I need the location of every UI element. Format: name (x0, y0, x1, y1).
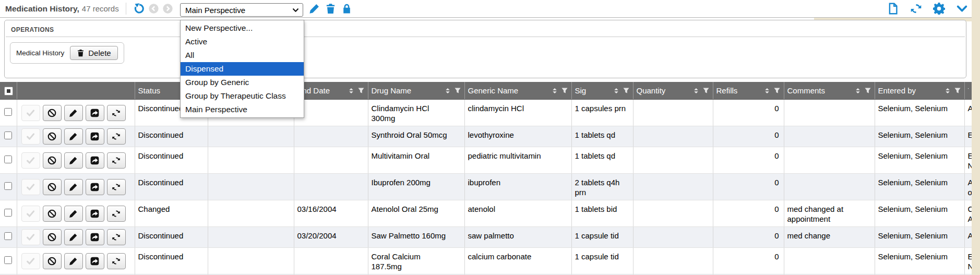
document-icon[interactable] (887, 3, 899, 15)
row-refresh-button[interactable] (107, 105, 126, 121)
share-icon (90, 183, 99, 192)
perspective-select[interactable]: Main Perspective (180, 3, 303, 17)
sort-icon[interactable] (763, 87, 771, 94)
ban-button[interactable] (43, 253, 62, 269)
sort-icon[interactable] (444, 87, 451, 94)
filter-icon[interactable] (773, 87, 781, 94)
filter-icon[interactable] (357, 87, 365, 94)
cell-quantity (633, 200, 713, 227)
row-checkbox[interactable] (4, 256, 12, 264)
menu-item-main-perspective[interactable]: Main Perspective (181, 103, 304, 116)
check-button[interactable] (21, 152, 40, 169)
menu-item-group-by-generic[interactable]: Group by Generic (181, 76, 304, 89)
ban-button[interactable] (43, 229, 62, 245)
cell-status: Discontinued (135, 126, 208, 147)
menu-item-dispensed[interactable]: Dispensed (181, 62, 304, 76)
column-header-entered_by[interactable]: Entered by (875, 82, 964, 100)
share-button[interactable] (86, 253, 104, 269)
row-checkbox[interactable] (4, 182, 12, 190)
column-header-comments[interactable]: Comments (784, 82, 875, 100)
column-header-quantity[interactable]: Quantity (633, 82, 713, 100)
cell-drug-name: Atenolol Oral 25mg (368, 200, 464, 227)
filter-icon[interactable] (561, 87, 568, 94)
cell-refills: 0 (713, 200, 784, 227)
sort-icon[interactable] (613, 87, 620, 94)
check-button[interactable] (21, 206, 40, 222)
menu-item-new-perspective[interactable]: New Perspective... (181, 21, 304, 35)
column-header-actions (17, 82, 135, 100)
row-checkbox[interactable] (4, 209, 12, 217)
row-checkbox[interactable] (4, 108, 12, 116)
sort-icon[interactable] (854, 87, 862, 94)
check-button[interactable] (21, 128, 40, 145)
column-header-sig[interactable]: Sig (571, 82, 633, 100)
chevron-down-icon[interactable] (956, 3, 968, 15)
row-checkbox[interactable] (4, 232, 12, 240)
circle-next-icon[interactable] (163, 4, 173, 14)
undo-icon[interactable] (134, 3, 145, 14)
ban-button[interactable] (43, 179, 62, 195)
gear-icon[interactable] (933, 3, 945, 15)
row-checkbox[interactable] (4, 131, 12, 139)
column-header-drug_name[interactable]: Drug Name (368, 82, 464, 100)
menu-item-all[interactable]: All (181, 49, 304, 62)
share-button[interactable] (86, 152, 104, 169)
row-refresh-button[interactable] (107, 152, 126, 169)
check-button[interactable] (21, 253, 40, 269)
select-chevron-down-icon (292, 7, 299, 14)
share-button[interactable] (86, 206, 104, 222)
cell-refills: 0 (713, 248, 784, 274)
edit-button[interactable] (64, 253, 83, 269)
edit-button[interactable] (64, 206, 83, 222)
row-refresh-button[interactable] (107, 128, 126, 145)
edit-button[interactable] (64, 229, 83, 245)
row-refresh-button[interactable] (107, 229, 126, 245)
check-button[interactable] (21, 229, 40, 245)
refresh-icon[interactable] (910, 3, 922, 15)
menu-item-group-by-therapeutic-class[interactable]: Group by Therapeutic Class (181, 89, 304, 103)
row-checkbox[interactable] (4, 156, 12, 163)
edit-button[interactable] (64, 105, 83, 121)
share-button[interactable] (86, 229, 104, 245)
row-refresh-button[interactable] (107, 179, 126, 195)
sort-icon[interactable] (692, 87, 700, 94)
medical-history-group: Medical History Delete (10, 42, 124, 64)
sort-icon[interactable] (944, 87, 951, 94)
lock-icon[interactable] (341, 3, 352, 14)
select-all-checkbox[interactable] (4, 87, 13, 95)
edit-button[interactable] (64, 179, 83, 195)
column-header-refills[interactable]: Refills (713, 82, 784, 100)
ban-icon (47, 257, 56, 266)
cell-actions (17, 100, 135, 126)
filter-icon[interactable] (864, 87, 871, 94)
check-button[interactable] (21, 179, 40, 195)
column-header-generic_name[interactable]: Generic Name (464, 82, 571, 100)
ban-button[interactable] (43, 206, 62, 222)
share-button[interactable] (86, 179, 104, 195)
share-button[interactable] (86, 128, 104, 145)
edit-button[interactable] (64, 128, 83, 145)
column-header-end_date[interactable]: End Date (294, 82, 368, 100)
sort-icon[interactable] (551, 87, 558, 94)
circle-prev-icon[interactable] (149, 4, 159, 14)
ban-button[interactable] (43, 152, 62, 169)
edit-button[interactable] (64, 152, 83, 169)
ban-button[interactable] (43, 105, 62, 121)
delete-button[interactable]: Delete (70, 46, 117, 60)
filter-icon[interactable] (454, 87, 461, 94)
page-title: Medication History,47 records (5, 4, 119, 14)
ban-button[interactable] (43, 128, 62, 145)
check-button[interactable] (21, 105, 40, 121)
filter-icon[interactable] (623, 87, 630, 94)
medication-row: Changed03/16/2004Atenolol Oral 25mgateno… (0, 200, 972, 227)
row-refresh-button[interactable] (107, 206, 126, 222)
row-refresh-button[interactable] (107, 253, 126, 269)
share-button[interactable] (86, 105, 104, 121)
trash-icon[interactable] (325, 3, 336, 14)
cell-t: E N (964, 248, 972, 274)
sort-icon[interactable] (348, 87, 355, 94)
menu-item-active[interactable]: Active (181, 35, 304, 49)
pencil-icon[interactable] (309, 3, 320, 14)
filter-icon[interactable] (954, 87, 961, 94)
filter-icon[interactable] (702, 87, 710, 94)
